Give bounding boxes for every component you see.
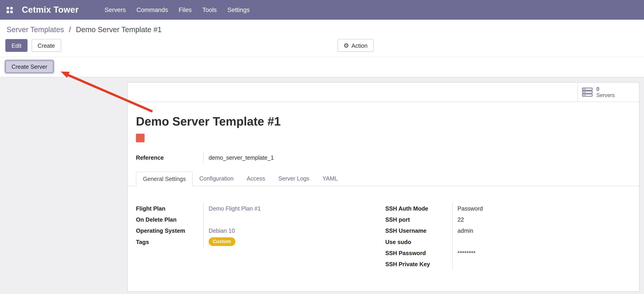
reference-label: Reference	[136, 152, 203, 163]
brand-title[interactable]: Cetmix Tower	[22, 5, 78, 15]
breadcrumb: Server Templates / Demo Server Template …	[0, 20, 644, 37]
tab-configuration[interactable]: Configuration	[193, 172, 240, 186]
breadcrumb-parent-link[interactable]: Server Templates	[6, 26, 64, 34]
ssh-password-label: SSH Password	[385, 247, 452, 258]
use-sudo-label: Use sudo	[385, 236, 452, 247]
gear-icon: ⚙	[344, 42, 349, 48]
top-navbar: Cetmix Tower Servers Commands Files Tool…	[0, 0, 644, 20]
tab-general-settings[interactable]: General Settings	[136, 172, 193, 186]
button-row: Edit Create ⚙ Action	[0, 37, 644, 57]
tag-badge-custom: Custom	[209, 237, 235, 246]
tags-label: Tags	[136, 236, 203, 247]
create-button[interactable]: Create	[32, 39, 61, 52]
create-server-button[interactable]: Create Server	[6, 60, 54, 73]
ssh-private-key-value	[452, 258, 631, 269]
action-button[interactable]: ⚙ Action	[337, 39, 374, 52]
ssh-port-label: SSH port	[385, 214, 452, 225]
general-settings-form: Flight Plan Demo Flight Plan #1 On Delet…	[136, 203, 631, 269]
servers-stat-button[interactable]: 0 Servers	[578, 83, 639, 102]
nav-item-tools[interactable]: Tools	[197, 0, 222, 20]
server-stack-icon	[582, 87, 592, 97]
breadcrumb-separator: /	[66, 26, 74, 34]
ssh-auth-mode-label: SSH Auth Mode	[385, 203, 452, 214]
operating-system-value[interactable]: Debian 10	[203, 225, 385, 236]
nav-item-commands[interactable]: Commands	[131, 0, 174, 20]
main-content: 0 Servers Demo Server Template #1 Refere…	[0, 77, 644, 294]
servers-count: 0	[596, 86, 615, 92]
color-picker-swatch[interactable]	[136, 134, 144, 142]
apps-grid-icon[interactable]	[6, 7, 13, 13]
on-delete-plan-value	[203, 214, 385, 225]
reference-field: Reference demo_server_template_1	[136, 152, 631, 163]
notebook-tabs: General Settings Configuration Access Se…	[128, 172, 639, 186]
form-group-right: SSH Auth Mode Password SSH port 22 SSH U…	[385, 203, 631, 269]
flight-plan-label: Flight Plan	[136, 203, 203, 214]
action-button-label: Action	[352, 42, 368, 49]
ssh-username-value: admin	[452, 225, 631, 236]
nav-item-servers[interactable]: Servers	[99, 0, 131, 20]
tags-value: Custom	[203, 236, 385, 247]
nav-item-files[interactable]: Files	[173, 0, 197, 20]
button-box: 0 Servers	[128, 83, 639, 102]
ssh-private-key-label: SSH Private Key	[385, 258, 452, 269]
on-delete-plan-label: On Delete Plan	[136, 214, 203, 225]
control-panel: Server Templates / Demo Server Template …	[0, 20, 644, 57]
form-statusbar: Create Server	[0, 57, 644, 77]
record-title: Demo Server Template #1	[136, 115, 631, 128]
nav-item-settings[interactable]: Settings	[222, 0, 255, 20]
tab-yaml[interactable]: YAML	[316, 172, 344, 186]
ssh-port-value: 22	[452, 214, 631, 225]
tab-access[interactable]: Access	[240, 172, 272, 186]
tab-server-logs[interactable]: Server Logs	[272, 172, 316, 186]
use-sudo-value	[452, 236, 631, 247]
operating-system-label: Operating System	[136, 225, 203, 236]
flight-plan-value[interactable]: Demo Flight Plan #1	[203, 203, 385, 214]
app-window: Cetmix Tower Servers Commands Files Tool…	[0, 0, 644, 294]
breadcrumb-current: Demo Server Template #1	[76, 26, 162, 34]
form-group-left: Flight Plan Demo Flight Plan #1 On Delet…	[136, 203, 385, 247]
reference-value: demo_server_template_1	[203, 152, 631, 163]
edit-button[interactable]: Edit	[6, 39, 28, 52]
record-sheet: 0 Servers Demo Server Template #1 Refere…	[127, 82, 640, 292]
ssh-password-value: ********	[452, 247, 631, 258]
servers-count-label: Servers	[596, 92, 615, 98]
ssh-username-label: SSH Username	[385, 225, 452, 236]
ssh-auth-mode-value: Password	[452, 203, 631, 214]
